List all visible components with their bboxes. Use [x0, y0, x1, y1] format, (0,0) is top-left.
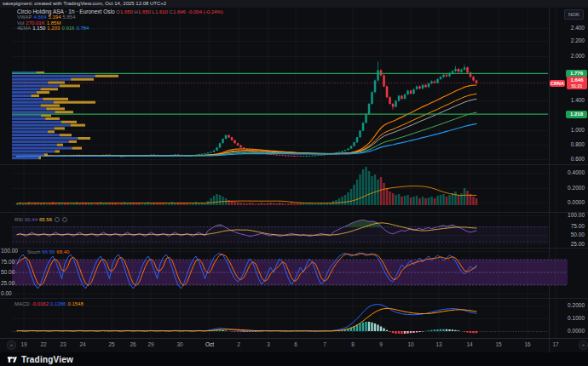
time-axis-label: 19 [20, 340, 26, 348]
pane-separator[interactable] [0, 164, 588, 165]
tradingview-wordmark[interactable]: TradingView [21, 355, 73, 364]
price-axis-separator [549, 8, 550, 352]
ohlc-value: 1.646 [173, 9, 186, 14]
legend-value: 1.85M [47, 20, 61, 26]
time-axis-label: 14 [466, 340, 472, 348]
legend-value: -0.0162 [32, 301, 49, 306]
volume-legend-row[interactable]: Vol270.01K1.85M [17, 20, 61, 26]
time-axis[interactable]: 1922232425262930Oct236789101314151617 [0, 339, 588, 352]
volume-profile [12, 71, 118, 159]
legend-value: 1.203 [47, 26, 60, 31]
time-axis-label: Oct [205, 340, 214, 348]
pane-separator[interactable] [0, 212, 588, 213]
time-axis-label: 23 [60, 340, 66, 348]
ema-lines [17, 85, 476, 157]
ema-legend-row[interactable]: 4EMA1.1501.2030.9160.784 [17, 26, 89, 31]
currency-unit-button[interactable]: NOK [564, 9, 584, 20]
symbol-title[interactable]: Circio Holding ASA · 1h · Euronext Oslo [17, 9, 115, 14]
time-axis-label: 17 [552, 340, 558, 348]
stoch-legend-row[interactable]: Stoch66.5668.40 [27, 249, 69, 254]
rsi-label: RSI [14, 217, 23, 222]
time-axis-label: 15 [495, 340, 501, 348]
tradingview-logo-icon[interactable] [7, 354, 18, 365]
legend-value: 0.916 [61, 26, 74, 31]
time-axis-label: 22 [40, 340, 46, 348]
legend-value: 4.664 [33, 14, 46, 20]
legend-value: 0.1386 [50, 301, 66, 306]
chart-canvas[interactable] [0, 0, 588, 366]
ohlc-value: 1.610 [155, 9, 168, 14]
time-axis-label: 13 [435, 340, 441, 348]
stoch-label: Stoch [27, 249, 40, 254]
tradingview-chart-window: savepigment: created with TradingView.co… [0, 0, 588, 366]
time-axis-label: 6 [294, 340, 297, 348]
time-axis-label: 30 [176, 340, 182, 348]
legend-value: 5.854 [62, 14, 75, 20]
time-axis-label: 25 [108, 340, 114, 348]
time-axis-left-button[interactable]: « [7, 340, 16, 350]
vwap-label: VWAP [17, 14, 32, 20]
rsi-legend-row[interactable]: RSI60.4465.56 [14, 217, 67, 222]
ohlc-value: 1.650 [120, 9, 133, 14]
time-axis-label: 29 [147, 340, 153, 348]
footer-bar: TradingView [0, 352, 588, 366]
scroll-to-realtime-button[interactable]: » [579, 340, 588, 350]
change-value: -0.004 (-0.24%) [187, 9, 223, 14]
rsi-menu-icon[interactable] [62, 217, 67, 222]
gridlines [12, 8, 556, 338]
legend-value: 270.01K [26, 20, 44, 26]
stoch-pane [12, 253, 568, 289]
rsi-eye-icon[interactable] [55, 217, 60, 222]
volume-series [16, 167, 478, 205]
legend-value: 0.784 [76, 26, 89, 31]
legend-value: 65.56 [39, 217, 52, 222]
ema-label: 4EMA [17, 26, 31, 31]
pane-separator[interactable] [0, 248, 588, 249]
time-axis-label: 7 [323, 340, 326, 348]
vwap-legend-row[interactable]: VWAP4.6645.1945.854 [17, 14, 76, 20]
legend-value: 0.1548 [67, 301, 83, 306]
time-axis-label: 26 [130, 340, 135, 348]
macd-label: MACD [14, 301, 30, 306]
legend-value: 1.150 [32, 26, 45, 31]
time-axis-label: 3 [267, 340, 270, 348]
legend-value: 60.44 [25, 217, 37, 222]
legend-value: 5.194 [48, 14, 61, 20]
pane-separator[interactable] [0, 298, 588, 299]
time-axis-label: 16 [524, 340, 530, 348]
ohlc-value: 1.650 [138, 9, 151, 14]
macd-legend-row[interactable]: MACD-0.01620.13860.1548 [14, 301, 84, 306]
legend-value: 66.56 [42, 249, 55, 254]
legend-value: 68.40 [56, 249, 69, 254]
time-axis-label: 2 [237, 340, 240, 348]
symbol-legend-row[interactable]: Circio Holding ASA · 1h · Euronext Oslo … [17, 9, 223, 14]
rsi-pane [12, 220, 548, 242]
time-axis-label: 24 [79, 340, 85, 348]
time-axis-label: 10 [407, 340, 413, 348]
time-axis-label: 9 [379, 340, 383, 348]
time-axis-label: 8 [351, 340, 355, 348]
